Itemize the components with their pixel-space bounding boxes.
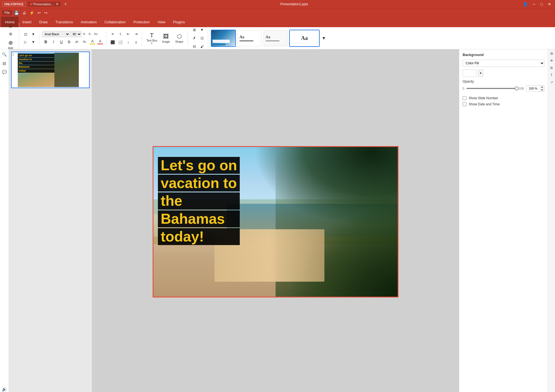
thumb-dark-overlay	[54, 53, 79, 87]
sidebar-slides-btn[interactable]: ▤	[1, 59, 8, 67]
redo-btn[interactable]: ↪	[43, 10, 49, 16]
theme-swatch-4[interactable]: Aa	[289, 30, 320, 47]
bold-btn[interactable]: B	[42, 38, 49, 45]
slide-text-container[interactable]: Let's go on vacation to the Bahamas toda…	[153, 155, 297, 248]
increase-indent-btn[interactable]: ⇥	[132, 30, 140, 38]
layout-btn[interactable]: ⊡	[22, 31, 29, 38]
align-objects-btn[interactable]: ⊟	[191, 43, 198, 50]
font-size-down-btn[interactable]: A↓	[88, 32, 93, 37]
select-slides-btn[interactable]: ☰	[6, 23, 15, 30]
menu-insert[interactable]: Insert	[19, 17, 36, 27]
close-tab-btn[interactable]: ✕	[56, 2, 59, 6]
opacity-down-btn[interactable]: ▼	[540, 88, 544, 91]
sidebar-comments-btn[interactable]: 💬	[1, 68, 8, 76]
minimize-btn[interactable]: ─	[531, 1, 537, 7]
title-bar: ONLYOFFICE *Presentation... ✕ + Presenta…	[0, 0, 555, 8]
fill-type-wrapper: Color Fill No Fill Gradient Fill Picture…	[463, 60, 544, 67]
image-btn[interactable]: 🖼 Image	[160, 31, 172, 45]
ribbon-group-paragraph: ≡ ⒈ ⇤ ⇥ ⬛ ⬜ ↕ ⫿	[107, 30, 142, 46]
underline-btn[interactable]: U	[58, 38, 65, 45]
themes-expand-btn[interactable]: ▼	[321, 30, 327, 47]
font-size-select[interactable]: 80 72 60 48 36 24	[70, 31, 82, 37]
text-box-dropdown[interactable]: ▾	[151, 42, 152, 45]
strikethrough-btn[interactable]: S	[65, 38, 73, 45]
slide-canvas[interactable]: Let's go on vacation to the Bahamas toda…	[153, 147, 398, 297]
column-btn[interactable]: ⫿	[132, 39, 140, 46]
slide-thumbnail-1[interactable]: 1 Let's go on vacation to the Bahamas to…	[11, 52, 90, 88]
arrange-dropdown-btn[interactable]: ▼	[198, 26, 206, 34]
play-dropdown-btn[interactable]: ▼	[30, 39, 37, 46]
undo-btn[interactable]: ↩	[36, 10, 42, 16]
menu-animation[interactable]: Animation	[77, 17, 101, 27]
select-all-btn[interactable]: ⊞	[6, 30, 15, 38]
file-tab[interactable]: *Presentation... ✕	[28, 2, 61, 7]
arrange-btn[interactable]: ⊞	[191, 26, 198, 34]
format-painter-btn[interactable]: 🖌	[198, 43, 206, 50]
show-date-time-checkbox[interactable]	[463, 102, 466, 106]
slide-text-line-5: today!	[158, 228, 240, 245]
menu-draw[interactable]: Draw	[35, 17, 51, 27]
menu-protection[interactable]: Protection	[130, 17, 154, 27]
font-color-btn[interactable]: A	[97, 38, 104, 45]
clear-format-btn[interactable]: ✗	[191, 35, 198, 42]
window-title: Presentation2.pptx	[67, 2, 521, 6]
right-panel-3-btn[interactable]: ⚙	[549, 65, 555, 71]
bullet-list-btn[interactable]: ≡	[109, 30, 116, 38]
menu-collaboration[interactable]: Collaboration	[100, 17, 130, 27]
far-right-sidebar: ⊞ 👁 ⚙ T ↗	[548, 49, 555, 392]
right-panel-5-btn[interactable]: ↗	[549, 79, 555, 85]
menu-view[interactable]: View	[154, 17, 169, 27]
menu-transitions[interactable]: Transitions	[52, 17, 77, 27]
align-left-btn[interactable]: ⬛	[109, 39, 116, 46]
superscript-btn[interactable]: A²	[73, 38, 80, 45]
highlight-color-btn[interactable]: A	[89, 38, 96, 45]
decrease-indent-btn[interactable]: ⇤	[125, 30, 132, 38]
font-size-up-btn[interactable]: A↑	[82, 32, 87, 37]
fill-type-select[interactable]: Color Fill No Fill Gradient Fill Picture…	[463, 60, 544, 67]
menu-plugins[interactable]: Plugins	[169, 17, 189, 27]
opacity-slider-thumb[interactable]	[515, 86, 519, 90]
window-controls: 👤 ─ □ ✕	[521, 1, 553, 7]
numbered-list-btn[interactable]: ⒈	[117, 30, 124, 38]
right-panel: Background Color Fill No Fill Gradient F…	[459, 49, 548, 392]
sidebar-audio-btn[interactable]: 🔊	[1, 385, 8, 392]
play-btn[interactable]: ▷	[22, 39, 29, 46]
font-family-select[interactable]: Arial Black Arial Times New Roman	[42, 31, 70, 37]
opacity-slider[interactable]	[466, 88, 517, 89]
color-box[interactable]	[463, 70, 476, 77]
show-slide-number-checkbox[interactable]	[463, 96, 466, 100]
color-dropdown-btn[interactable]: ▼	[478, 70, 483, 77]
theme-swatch-3[interactable]: Aa	[263, 30, 288, 47]
close-btn[interactable]: ✕	[546, 1, 553, 7]
app-logo[interactable]: ONLYOFFICE	[2, 2, 26, 7]
align-row: ⬛ ⬜ ↕ ⫿	[109, 39, 140, 46]
subscript-btn[interactable]: A₂	[81, 38, 88, 45]
opacity-spinners: ▲ ▼	[540, 85, 544, 91]
opacity-up-btn[interactable]: ▲	[540, 85, 544, 88]
theme-swatch-1[interactable]	[211, 30, 236, 47]
slide-text-line-3: the	[158, 192, 240, 209]
add-tab-btn[interactable]: +	[64, 1, 67, 7]
theme-swatch-2[interactable]: Aa	[237, 30, 262, 47]
italic-btn[interactable]: I	[50, 38, 57, 45]
font-case-btn[interactable]: Aα	[93, 32, 98, 37]
slide-size-btn[interactable]: ⊡	[198, 35, 206, 42]
opacity-text-input[interactable]: 100 %	[526, 85, 540, 91]
account-icon[interactable]: 👤	[521, 1, 529, 7]
quick-print-btn[interactable]: ⚡	[28, 10, 35, 16]
file-menu-btn[interactable]: File	[2, 10, 12, 15]
shape-icon: ⬡	[177, 33, 182, 40]
right-panel-1-btn[interactable]: ⊞	[549, 50, 555, 57]
align-vert-btn[interactable]: ⬜	[117, 39, 124, 46]
sidebar-search-btn[interactable]: 🔍	[1, 50, 8, 58]
print-btn[interactable]: 🖨	[21, 10, 27, 16]
right-panel-4-btn[interactable]: T	[549, 72, 555, 78]
line-spacing-btn[interactable]: ↕	[125, 39, 132, 46]
text-box-btn[interactable]: T Text Box ▾	[145, 31, 159, 46]
right-panel-2-btn[interactable]: 👁	[549, 58, 555, 64]
maximize-btn[interactable]: □	[539, 1, 544, 7]
layout-dropdown-btn[interactable]: ▼	[30, 31, 37, 38]
font-format-row: B I U S A² A₂ A A	[42, 38, 104, 45]
shape-btn[interactable]: ⬡ Shape	[173, 31, 185, 45]
save-btn[interactable]: 💾	[13, 10, 20, 16]
